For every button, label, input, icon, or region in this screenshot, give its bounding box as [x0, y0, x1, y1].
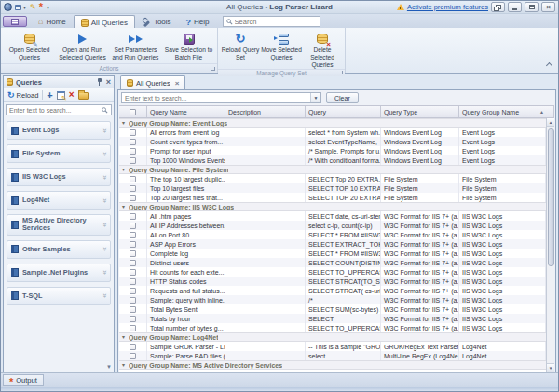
edit-icon[interactable]: ✎ [30, 4, 36, 11]
table-row[interactable]: Hit counts for each exte...SELECT TO_UPP… [119, 267, 546, 277]
application-button[interactable] [3, 16, 27, 27]
row-checkbox[interactable] [130, 316, 136, 322]
group-row[interactable]: ▾Query Group Name: IIS W3C Logs [119, 202, 546, 211]
open-selected-queries-button[interactable]: ✎ Open Selected Queries [3, 30, 56, 63]
column-header-query-group-name[interactable]: Query Group Name▲ [459, 106, 554, 117]
tab-output[interactable]: * Output [3, 374, 44, 386]
vertical-scrollbar[interactable]: ▲ ▼ [546, 118, 554, 372]
row-checkbox[interactable] [130, 353, 136, 359]
table-row[interactable]: Total number of bytes g...SELECT TO_UPPE… [119, 323, 546, 332]
table-row[interactable]: Top 10 largest filesSELECT TOP 10 EXTRAC… [119, 183, 546, 193]
group-expand-icon[interactable]: ▾ [122, 204, 125, 210]
table-row[interactable]: All IP Addresses between...select c-ip, … [119, 221, 546, 230]
row-checkbox[interactable] [130, 250, 136, 257]
group-row[interactable]: ▾Query Group Name: Log4Net [119, 332, 546, 342]
row-checkbox[interactable] [130, 223, 136, 229]
table-row[interactable]: Requests and full status...SELECT STRCAT… [119, 286, 546, 295]
row-checkbox[interactable] [130, 148, 136, 155]
group-expand-icon[interactable]: ▾ [122, 334, 125, 340]
group-expand-icon[interactable]: ▾ [122, 167, 125, 172]
filter-input[interactable] [122, 95, 310, 101]
group-row[interactable]: ▾Query Group Name: Event Logs [119, 118, 546, 128]
table-row[interactable]: Sample GROK Parser - LP...-- This is a s… [119, 342, 546, 351]
tab-help[interactable]: Help [179, 15, 217, 28]
pin-icon[interactable] [96, 78, 103, 86]
table-row[interactable]: HTTP Status codesSELECT STRCAT(TO_ST...W… [119, 277, 546, 286]
panel-bottom-dropdown-icon[interactable]: ▼ [106, 364, 112, 370]
select-all-checkbox[interactable] [130, 109, 136, 115]
minimize-button[interactable] [508, 2, 522, 12]
table-row[interactable]: Sample: Parse BAD files (...selectMulti-… [119, 351, 546, 360]
table-row[interactable]: All errors from event logselect * from S… [119, 128, 546, 137]
delete-selected-queries-button[interactable]: × Delete Selected Queries [302, 30, 343, 69]
row-checkbox[interactable] [130, 241, 136, 248]
column-header-description[interactable]: Description [225, 106, 306, 117]
table-row[interactable]: Totals by hourSELECTW3C Format for IIS 7… [119, 314, 546, 323]
scroll-up-icon[interactable]: ▲ [547, 118, 554, 127]
qat-customize-dropdown[interactable]: ▼ [46, 5, 50, 10]
dialog-launcher-icon[interactable] [211, 67, 215, 71]
tab-all-queries[interactable]: All Queries × [120, 75, 185, 89]
window-style-button[interactable]: ▼ [15, 5, 27, 10]
group-expand-icon[interactable]: ▾ [122, 120, 125, 126]
tab-close-icon[interactable]: × [175, 79, 180, 88]
queries-panel-search[interactable] [6, 104, 112, 115]
table-row[interactable]: Total Bytes SentSELECT SUM(sc-bytes) A..… [119, 304, 546, 314]
dialog-launcher-icon[interactable] [339, 71, 343, 74]
ribbon-search-input[interactable] [235, 18, 317, 26]
filter-combo[interactable]: ▼ [121, 92, 321, 103]
fullscreen-button[interactable] [491, 2, 505, 12]
row-checkbox[interactable] [130, 306, 136, 313]
close-button[interactable]: × [541, 2, 555, 12]
row-checkbox[interactable] [130, 278, 136, 285]
row-checkbox[interactable] [130, 232, 136, 238]
row-checkbox[interactable] [130, 157, 136, 164]
table-row[interactable]: Count event types from...select EventTyp… [119, 137, 546, 146]
scroll-down-icon[interactable]: ▼ [547, 363, 554, 372]
table-row[interactable]: Top 1000 Windows Events/* With conditioa… [119, 155, 546, 165]
folder-icon[interactable] [78, 92, 89, 100]
row-checkbox[interactable] [130, 288, 136, 294]
table-row[interactable]: Complete logSELECT * FROM #IISW3...W3C F… [119, 249, 546, 258]
panel-close-icon[interactable]: × [106, 78, 111, 86]
tab-tools[interactable]: Tools [135, 15, 179, 28]
table-row[interactable]: Sample: query with inline.../*W3C Format… [119, 295, 546, 304]
clear-button[interactable]: Clear [326, 92, 359, 103]
row-checkbox[interactable] [130, 185, 136, 192]
maximize-button[interactable] [525, 2, 539, 12]
group-row[interactable]: ▾Query Group Name: File System [119, 165, 546, 174]
table-row[interactable]: Prompt for user input/* Sample. Prompts … [119, 146, 546, 155]
edit-query-button[interactable]: ✎ [57, 91, 65, 100]
row-checkbox[interactable] [130, 269, 136, 276]
sidebar-item-iis-w3c-logs[interactable]: IIS W3C Logs» [7, 168, 111, 186]
row-checkbox[interactable] [130, 139, 136, 145]
tab-home[interactable]: Home [31, 15, 74, 28]
collapse-ribbon-icon[interactable] [546, 62, 552, 69]
sidebar-item-t-sql[interactable]: T-SQL» [7, 287, 111, 305]
filter-dropdown-icon[interactable]: ▼ [310, 93, 320, 102]
table-row[interactable]: All on Port 80SELECT * FROM #IISW3...W3C… [119, 230, 546, 239]
sidebar-item-file-system[interactable]: File System» [7, 144, 111, 163]
table-row[interactable]: ASP App ErrorsSELECT EXTRACT_TOKE...W3C … [119, 239, 546, 249]
column-header-query-name[interactable]: Query Name [147, 106, 225, 117]
tab-all-queries[interactable]: All Queries [74, 15, 135, 29]
move-selected-queries-button[interactable]: Move Selected Queries [261, 30, 302, 69]
delete-query-button[interactable]: × [69, 90, 75, 100]
sidebar-item-log4net[interactable]: Log4Net» [7, 191, 111, 210]
sidebar-item-event-logs[interactable]: Event Logs» [7, 121, 111, 140]
row-checkbox[interactable] [130, 129, 136, 136]
sidebar-item-sample-net-plugins[interactable]: Sample .Net Plugins» [7, 264, 111, 282]
group-expand-icon[interactable]: ▾ [122, 362, 125, 368]
row-checkbox[interactable] [130, 325, 136, 331]
set-parameters-and-run-queries-button[interactable]: Set Parameters and Run Queries [109, 30, 162, 63]
queries-search-input[interactable] [9, 107, 100, 114]
row-checkbox[interactable] [130, 195, 136, 201]
new-item-icon[interactable]: * [39, 4, 43, 10]
open-and-run-selected-queries-button[interactable]: Open and Run Selected Queries [56, 30, 109, 63]
column-header-query-type[interactable]: Query Type [381, 106, 459, 117]
table-row[interactable]: Distinct usersSELECT COUNT(DISTINC...W3C… [119, 258, 546, 267]
sidebar-item-other-samples[interactable]: Other Samples» [7, 240, 111, 259]
table-row[interactable]: Top 20 largest files that...SELECT TOP 2… [119, 193, 546, 202]
row-checkbox[interactable] [130, 176, 136, 182]
reload-query-set-button[interactable]: ↻ Reload Query Set [220, 30, 261, 69]
